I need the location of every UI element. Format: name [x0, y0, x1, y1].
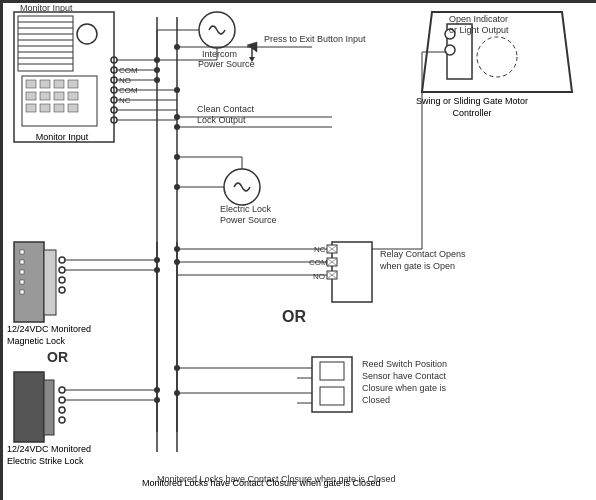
- wiring-diagram: Monitor Input COM NO COM NC Intercom Pow…: [0, 0, 596, 500]
- svg-text:when gate is Open: when gate is Open: [379, 261, 455, 271]
- svg-rect-115: [14, 242, 44, 322]
- svg-point-53: [154, 67, 160, 73]
- svg-text:Power Source: Power Source: [220, 215, 277, 225]
- electric-strike-label: 12/24VDC Monitored Electric Strike Lock: [7, 444, 122, 467]
- svg-text:OR: OR: [282, 308, 306, 325]
- svg-rect-131: [14, 372, 44, 442]
- svg-rect-116: [20, 250, 24, 254]
- svg-rect-18: [40, 92, 50, 100]
- svg-text:or Light Output: or Light Output: [449, 25, 509, 35]
- magnetic-lock-label: 12/24VDC Monitored Magnetic Lock: [7, 324, 117, 347]
- svg-rect-121: [44, 250, 56, 315]
- svg-text:Press to Exit Button Input: Press to Exit Button Input: [264, 34, 366, 44]
- svg-rect-19: [54, 92, 64, 100]
- svg-rect-100: [312, 357, 352, 412]
- svg-rect-21: [26, 104, 36, 112]
- svg-point-54: [154, 77, 160, 83]
- svg-point-78: [174, 154, 180, 160]
- swing-gate-label: Swing or Sliding Gate Motor Controller: [402, 96, 542, 119]
- svg-point-70: [174, 124, 180, 130]
- svg-text:Electric Lock: Electric Lock: [220, 204, 272, 214]
- svg-text:Intercom: Intercom: [202, 49, 237, 59]
- svg-text:Sensor have Contact: Sensor have Contact: [362, 371, 447, 381]
- svg-rect-1: [14, 12, 114, 142]
- svg-text:Clean Contact: Clean Contact: [197, 104, 255, 114]
- svg-rect-118: [20, 270, 24, 274]
- svg-rect-23: [54, 104, 64, 112]
- svg-text:Reed Switch Position: Reed Switch Position: [362, 359, 447, 369]
- svg-point-55: [174, 87, 180, 93]
- svg-text:OR: OR: [47, 349, 68, 365]
- svg-point-69: [174, 114, 180, 120]
- svg-rect-24: [68, 104, 78, 112]
- svg-point-61: [174, 44, 180, 50]
- svg-rect-17: [26, 92, 36, 100]
- svg-rect-117: [20, 260, 24, 264]
- svg-point-75: [174, 184, 180, 190]
- svg-text:Closed: Closed: [362, 395, 390, 405]
- svg-rect-132: [44, 380, 54, 435]
- svg-rect-14: [40, 80, 50, 88]
- svg-point-143: [445, 45, 455, 55]
- monitor-input-label: Monitor Input: [7, 132, 117, 144]
- bottom-note: Monitored Locks have Contact Closure whe…: [142, 478, 381, 490]
- svg-rect-15: [54, 80, 64, 88]
- svg-rect-20: [68, 92, 78, 100]
- svg-rect-79: [332, 242, 372, 302]
- svg-rect-119: [20, 280, 24, 284]
- svg-text:Closure when gate is: Closure when gate is: [362, 383, 447, 393]
- svg-text:Open Indicator: Open Indicator: [449, 14, 508, 24]
- svg-rect-13: [26, 80, 36, 88]
- svg-text:Relay Contact Opens: Relay Contact Opens: [380, 249, 466, 259]
- svg-rect-120: [20, 290, 24, 294]
- svg-rect-16: [68, 80, 78, 88]
- svg-text:Monitor Input: Monitor Input: [20, 3, 73, 13]
- svg-text:NO: NO: [313, 272, 325, 281]
- svg-rect-22: [40, 104, 50, 112]
